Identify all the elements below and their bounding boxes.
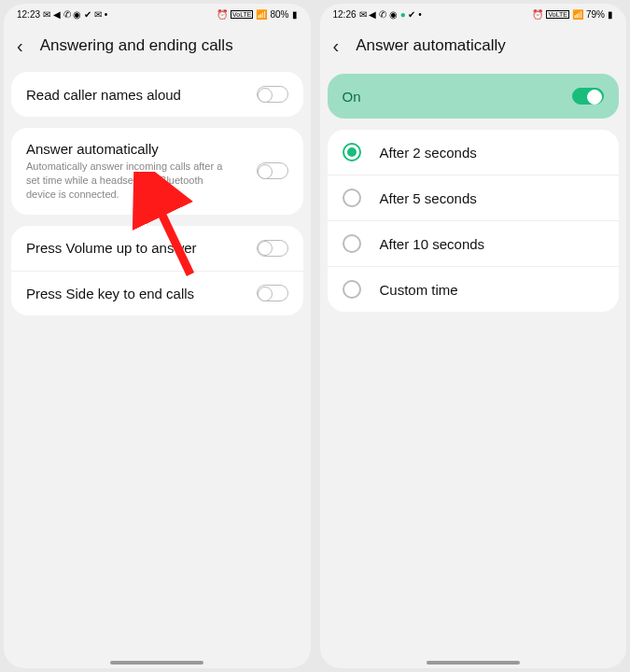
app-header: ‹ Answer automatically [320, 24, 627, 72]
card-master-toggle: On [328, 74, 620, 119]
back-icon[interactable]: ‹ [333, 36, 340, 55]
volte-icon: VoLTE [546, 10, 569, 19]
master-label: On [343, 89, 573, 105]
status-left-icons: ✉ ◀ ✆ ◉ ✔ ✉ • [43, 9, 107, 20]
page-title: Answer automatically [356, 36, 506, 55]
card-options: After 2 seconds After 5 seconds After 10… [328, 130, 620, 312]
card-read-aloud: Read caller names aloud [11, 72, 303, 117]
battery-icon: ▮ [292, 9, 298, 20]
row-master-toggle[interactable]: On [328, 74, 620, 119]
toggle-read-aloud[interactable] [257, 86, 288, 103]
page-title: Answering and ending calls [40, 36, 233, 55]
volte-icon: VoLTE [231, 10, 254, 19]
home-indicator[interactable] [427, 661, 520, 665]
alarm-icon: ⏰ [532, 9, 543, 20]
answer-auto-sub: Automatically answer incoming calls afte… [26, 160, 231, 202]
toggle-volume-up[interactable] [257, 240, 288, 257]
row-answer-auto[interactable]: Answer automatically Automatically answe… [11, 128, 303, 215]
option-10s-label: After 10 seconds [380, 236, 485, 252]
row-option-10s[interactable]: After 10 seconds [328, 220, 620, 266]
status-time: 12:26 [333, 9, 357, 20]
row-option-custom[interactable]: Custom time [328, 266, 620, 312]
back-icon[interactable]: ‹ [17, 36, 23, 55]
side-key-label: Press Side key to end calls [26, 286, 257, 301]
signal-icon: 📶 [572, 9, 583, 20]
radio-2s[interactable] [343, 143, 361, 161]
phone-left: 12:23 ✉ ◀ ✆ ◉ ✔ ✉ • ⏰ VoLTE 📶 80% ▮ ‹ An… [4, 4, 311, 668]
battery-icon: ▮ [608, 9, 613, 20]
option-5s-label: After 5 seconds [380, 190, 477, 206]
battery-text: 79% [586, 9, 605, 20]
radio-custom[interactable] [343, 280, 361, 299]
battery-text: 80% [270, 9, 288, 20]
alarm-icon: ⏰ [217, 9, 228, 20]
status-bar: 12:23 ✉ ◀ ✆ ◉ ✔ ✉ • ⏰ VoLTE 📶 80% ▮ [4, 4, 311, 24]
status-left-icons: ✉ ◀ ✆ ◉ ● ✔ • [359, 9, 422, 20]
option-custom-label: Custom time [380, 282, 458, 298]
row-side-key[interactable]: Press Side key to end calls [11, 271, 303, 315]
status-time: 12:23 [17, 9, 40, 20]
phone-right: 12:26 ✉ ◀ ✆ ◉ ● ✔ • ⏰ VoLTE 📶 79% ▮ ‹ An… [320, 4, 627, 668]
radio-10s[interactable] [343, 234, 361, 253]
row-option-5s[interactable]: After 5 seconds [328, 175, 620, 220]
toggle-answer-auto[interactable] [257, 162, 288, 179]
row-read-aloud[interactable]: Read caller names aloud [11, 72, 303, 117]
card-answer-auto: Answer automatically Automatically answe… [11, 128, 303, 215]
card-keys: Press Volume up to answer Press Side key… [11, 226, 303, 315]
status-bar: 12:26 ✉ ◀ ✆ ◉ ● ✔ • ⏰ VoLTE 📶 79% ▮ [320, 4, 627, 24]
app-header: ‹ Answering and ending calls [4, 24, 311, 72]
toggle-master[interactable] [572, 88, 604, 105]
row-option-2s[interactable]: After 2 seconds [328, 130, 620, 175]
toggle-side-key[interactable] [257, 285, 288, 301]
answer-auto-label: Answer automatically [26, 141, 257, 157]
signal-icon: 📶 [256, 9, 267, 20]
option-2s-label: After 2 seconds [380, 145, 477, 161]
read-aloud-label: Read caller names aloud [26, 87, 257, 103]
volume-up-label: Press Volume up to answer [26, 240, 257, 256]
row-volume-up[interactable]: Press Volume up to answer [11, 226, 303, 271]
home-indicator[interactable] [110, 661, 203, 665]
radio-5s[interactable] [343, 189, 361, 207]
